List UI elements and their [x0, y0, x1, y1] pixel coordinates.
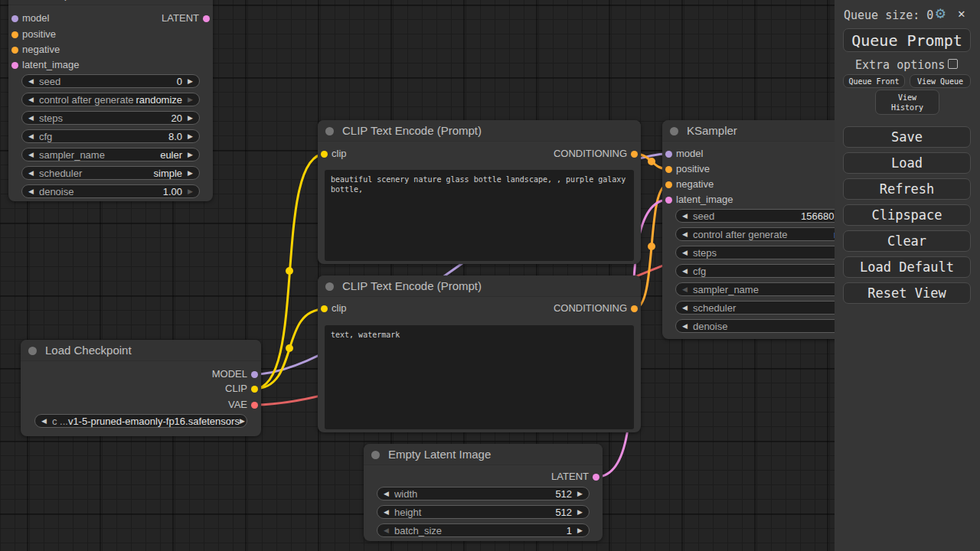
node-header[interactable]: KSampler	[8, 0, 213, 5]
port-dot-latent-icon[interactable]	[665, 197, 672, 204]
decrement-arrow-icon[interactable]: ◀	[28, 132, 34, 140]
port-dot-conditioning-icon[interactable]	[11, 47, 18, 54]
output-port-latent[interactable]: LATENT	[551, 470, 599, 484]
widget-cfg[interactable]: ◀ cfg	[675, 264, 856, 278]
input-port-latent-image[interactable]: latent_image	[665, 193, 733, 207]
node-collapse-dot[interactable]	[670, 127, 678, 135]
port-dot-latent-icon[interactable]	[593, 474, 599, 481]
node-ksampler-left[interactable]: KSampler model positive negative latent_…	[8, 0, 213, 201]
decrement-arrow-icon[interactable]: ◀	[28, 114, 34, 122]
port-dot-model-icon[interactable]	[665, 151, 672, 158]
decrement-arrow-icon[interactable]: ◀	[28, 187, 34, 195]
decrement-arrow-icon[interactable]: ◀	[28, 151, 34, 158]
input-port-clip[interactable]: clip	[321, 147, 347, 161]
increment-arrow-icon[interactable]: ▶	[188, 151, 193, 158]
node-collapse-dot[interactable]	[325, 282, 334, 291]
decrement-arrow-icon[interactable]: ◀	[28, 77, 34, 85]
widget-scheduler[interactable]: ◀ scheduler	[675, 301, 856, 315]
close-icon[interactable]: ✕	[958, 6, 965, 21]
increment-arrow-icon[interactable]: ▶	[188, 96, 193, 103]
view-queue-button[interactable]: View Queue	[910, 74, 971, 88]
widget-steps[interactable]: ◀ steps	[675, 246, 856, 259]
input-port-model[interactable]: model	[665, 147, 703, 161]
port-dot-conditioning-icon[interactable]	[665, 166, 672, 173]
port-dot-conditioning-icon[interactable]	[11, 31, 18, 38]
widget-control-after-generate[interactable]: ◀ control after generate randomize ▶	[21, 93, 200, 106]
widget-denoise[interactable]: ◀ denoise 1.00 ▶	[21, 184, 200, 198]
port-dot-clip-icon[interactable]	[321, 305, 328, 312]
node-collapse-dot[interactable]	[325, 127, 334, 135]
port-dot-clip-icon[interactable]	[321, 151, 328, 158]
next-arrow-icon[interactable]: ▶	[240, 417, 245, 425]
port-dot-conditioning-icon[interactable]	[665, 181, 672, 188]
node-empty-latent-image[interactable]: Empty Latent Image LATENT ◀ width 512 ▶ …	[364, 444, 603, 541]
port-dot-vae-icon[interactable]	[251, 402, 258, 409]
widget-scheduler[interactable]: ◀ scheduler simple ▶	[21, 166, 200, 180]
widget-denoise[interactable]: ◀ denoise	[675, 319, 856, 333]
widget-control-after-generate[interactable]: ◀ control after generate randomize	[675, 227, 856, 241]
increment-arrow-icon[interactable]: ▶	[188, 132, 193, 140]
load-default-button[interactable]: Load Default	[843, 256, 971, 278]
port-dot-model-icon[interactable]	[11, 15, 18, 22]
widget-sampler-name[interactable]: ◀ sampler_name	[675, 282, 856, 296]
widget-seed[interactable]: ◀ seed 1566802087	[675, 209, 856, 223]
increment-arrow-icon[interactable]: ▶	[577, 508, 583, 516]
increment-arrow-icon[interactable]: ▶	[577, 490, 583, 497]
node-header[interactable]: CLIP Text Encode (Prompt)	[318, 120, 641, 142]
node-canvas[interactable]: KSampler model positive negative latent_…	[0, 0, 980, 551]
node-clip-text-encode-negative[interactable]: CLIP Text Encode (Prompt) clip CONDITION…	[318, 276, 641, 432]
increment-arrow-icon[interactable]: ▶	[188, 114, 193, 122]
decrement-arrow-icon[interactable]: ◀	[28, 96, 34, 103]
decrement-arrow-icon[interactable]: ◀	[682, 212, 688, 220]
node-load-checkpoint[interactable]: Load Checkpoint MODEL CLIP VAE ◀ c ... v…	[21, 340, 261, 436]
widget-width[interactable]: ◀ width 512 ▶	[377, 487, 590, 500]
widget-steps[interactable]: ◀ steps 20 ▶	[21, 111, 200, 125]
widget-height[interactable]: ◀ height 512 ▶	[377, 505, 590, 519]
decrement-arrow-icon[interactable]: ◀	[682, 285, 688, 293]
refresh-button[interactable]: Refresh	[843, 178, 971, 200]
widget-sampler-name[interactable]: ◀ sampler_name euler ▶	[21, 148, 200, 161]
input-port-positive[interactable]: positive	[665, 162, 710, 176]
node-header[interactable]: Load Checkpoint	[21, 340, 261, 361]
increment-arrow-icon[interactable]: ▶	[577, 527, 583, 534]
prompt-textarea[interactable]: text, watermark	[325, 325, 634, 429]
node-collapse-dot[interactable]	[28, 347, 37, 355]
queue-prompt-button[interactable]: Queue Prompt	[843, 28, 971, 52]
port-dot-model-icon[interactable]	[251, 371, 258, 378]
node-clip-text-encode-positive[interactable]: CLIP Text Encode (Prompt) clip CONDITION…	[318, 120, 641, 264]
decrement-arrow-icon[interactable]: ◀	[384, 508, 389, 516]
queue-front-button[interactable]: Queue Front	[843, 74, 905, 88]
port-dot-clip-icon[interactable]	[251, 386, 258, 393]
previous-arrow-icon[interactable]: ◀	[41, 417, 47, 425]
clear-button[interactable]: Clear	[843, 230, 971, 252]
port-dot-latent-icon[interactable]	[203, 15, 210, 22]
input-port-clip[interactable]: clip	[321, 302, 347, 315]
prompt-textarea[interactable]: beautiful scenery nature glass bottle la…	[325, 170, 634, 261]
widget-batch-size[interactable]: ◀ batch_size 1 ▶	[377, 523, 590, 537]
input-port-model[interactable]: model	[11, 11, 49, 25]
node-collapse-dot[interactable]	[371, 451, 380, 459]
reset-view-button[interactable]: Reset View	[843, 282, 971, 304]
node-header[interactable]: CLIP Text Encode (Prompt)	[318, 276, 641, 297]
widget-ckpt-name[interactable]: ◀ c ... v1-5-pruned-emaonly-fp16.safeten…	[34, 414, 247, 428]
decrement-arrow-icon[interactable]: ◀	[682, 230, 688, 238]
input-port-positive[interactable]: positive	[11, 28, 56, 41]
settings-gear-icon[interactable]: ⚙	[936, 4, 946, 22]
decrement-arrow-icon[interactable]: ◀	[384, 490, 389, 497]
decrement-arrow-icon[interactable]: ◀	[28, 169, 34, 177]
decrement-arrow-icon[interactable]: ◀	[682, 249, 688, 256]
output-port-conditioning[interactable]: CONDITIONING	[554, 302, 638, 315]
output-port-model[interactable]: MODEL	[212, 367, 258, 381]
decrement-arrow-icon[interactable]: ◀	[682, 267, 688, 275]
decrement-arrow-icon[interactable]: ◀	[682, 322, 688, 330]
port-dot-conditioning-icon[interactable]	[631, 151, 638, 158]
output-port-latent[interactable]: LATENT	[162, 11, 210, 25]
port-dot-latent-icon[interactable]	[11, 62, 18, 69]
port-dot-conditioning-icon[interactable]	[631, 305, 638, 312]
input-port-latent-image[interactable]: latent_image	[11, 58, 79, 72]
increment-arrow-icon[interactable]: ▶	[188, 187, 193, 195]
input-port-negative[interactable]: negative	[665, 178, 714, 191]
clipspace-button[interactable]: Clipspace	[843, 204, 971, 226]
output-port-vae[interactable]: VAE	[228, 398, 258, 412]
output-port-clip[interactable]: CLIP	[225, 382, 258, 396]
